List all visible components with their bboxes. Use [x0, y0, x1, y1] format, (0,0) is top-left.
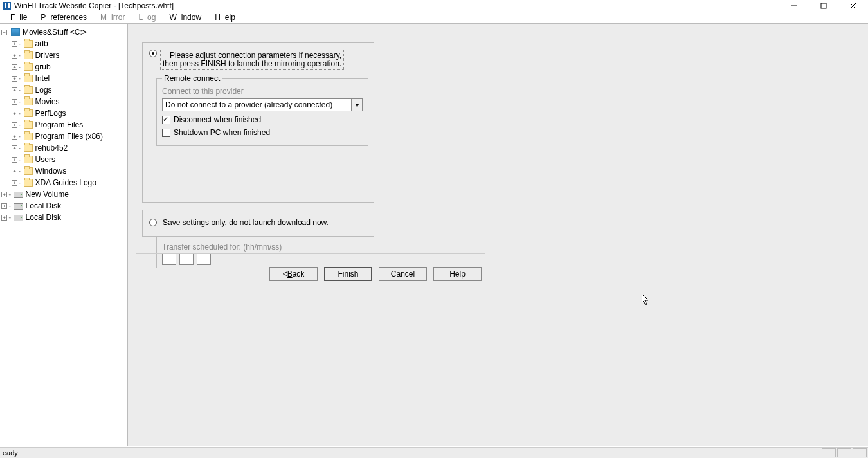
menu-file[interactable]: File	[1, 12, 32, 23]
menu-mirror[interactable]: Mirror	[91, 12, 129, 23]
cancel-button[interactable]: Cancel	[379, 267, 427, 281]
svg-rect-1	[5, 3, 6, 8]
expand-icon[interactable]: +	[12, 41, 17, 47]
maximize-button[interactable]	[809, 0, 838, 12]
drive-icon	[14, 203, 23, 210]
menu-help[interactable]: Help	[206, 12, 240, 23]
folder-icon	[24, 86, 33, 94]
collapse-icon[interactable]: −	[1, 30, 7, 35]
tree-drive-label: New Volume	[26, 190, 69, 199]
window-controls	[779, 0, 868, 12]
svg-rect-0	[3, 2, 11, 10]
expand-icon[interactable]: +	[12, 76, 17, 82]
svg-rect-2	[8, 3, 10, 8]
help-button[interactable]: Help	[433, 267, 482, 281]
tree-root-label: Movies&Stuff <C:>	[23, 28, 87, 37]
chevron-down-icon[interactable]	[351, 99, 362, 111]
disconnect-row[interactable]: Disconnect when finished	[162, 115, 363, 124]
folder-icon	[24, 133, 33, 140]
minimize-button[interactable]	[779, 0, 809, 12]
expand-icon[interactable]: +	[12, 111, 17, 116]
disconnect-checkbox[interactable]	[162, 116, 170, 124]
radio-save-only[interactable]	[149, 219, 157, 226]
tree-item[interactable]: +··PerfLogs	[0, 107, 127, 119]
panel-save-only: Save settings only, do not launch downlo…	[142, 210, 374, 237]
provider-combo[interactable]: Do not connect to a provider (already co…	[162, 98, 363, 111]
expand-icon[interactable]: +	[12, 99, 17, 105]
tree-item[interactable]: +··Program Files	[0, 119, 127, 131]
folder-tree[interactable]: − Movies&Stuff <C:> +··adb+··Drivers+··g…	[0, 24, 128, 446]
status-panes	[822, 448, 868, 457]
menubar: File Preferences Mirror Log Window Help	[0, 12, 868, 23]
tree-item-label: grub	[35, 62, 51, 71]
panel-connection: Please adjust connection parameters if n…	[142, 42, 374, 203]
shutdown-label: Shutdown PC when finished	[174, 128, 270, 137]
back-button[interactable]: < Back	[269, 267, 318, 281]
tree-item[interactable]: +··Windows	[0, 165, 127, 177]
folder-icon	[24, 156, 33, 163]
tree-item[interactable]: +··adb	[0, 38, 127, 50]
tree-drive[interactable]: +··Local Disk	[0, 200, 127, 212]
expand-icon[interactable]: +	[12, 145, 17, 151]
status-pane	[837, 448, 851, 457]
group-remote-connect: Remote connect Connect to this provider …	[156, 74, 368, 146]
remote-subtitle: Connect to this provider	[162, 87, 363, 96]
instruction-text: Please adjust connection parameters if n…	[160, 50, 344, 70]
tree-root[interactable]: − Movies&Stuff <C:>	[0, 26, 127, 38]
folder-icon	[24, 51, 33, 59]
tree-item-label: Windows	[35, 167, 67, 176]
radio-launch[interactable]	[149, 50, 157, 57]
finish-button[interactable]: Finish	[324, 267, 372, 281]
shutdown-checkbox[interactable]	[162, 129, 170, 137]
tree-item[interactable]: +··Drivers	[0, 50, 127, 61]
folder-icon	[24, 63, 33, 71]
tree-item-label: Logs	[35, 86, 52, 95]
tree-item-label: Program Files (x86)	[35, 132, 103, 141]
expand-icon[interactable]: +	[12, 53, 17, 59]
tree-drive[interactable]: +··New Volume	[0, 188, 127, 200]
tree-item[interactable]: +··Movies	[0, 96, 127, 107]
tree-item-label: PerfLogs	[35, 109, 66, 118]
expand-icon[interactable]: +	[12, 87, 17, 93]
statusbar: eady	[0, 447, 868, 458]
expand-icon[interactable]: +	[12, 134, 17, 140]
svg-rect-4	[821, 3, 826, 8]
remote-legend: Remote connect	[162, 74, 222, 83]
tree-item-label: Drivers	[35, 51, 60, 60]
menu-preferences[interactable]: Preferences	[32, 12, 91, 23]
window-title: WinHTTrack Website Copier - [Techposts.w…	[14, 1, 174, 10]
expand-icon[interactable]: +	[12, 157, 17, 163]
expand-icon[interactable]: +	[12, 122, 17, 128]
option-save-only[interactable]: Save settings only, do not launch downlo…	[143, 210, 374, 235]
tree-item-label: Users	[35, 155, 55, 164]
drive-system-icon	[11, 28, 20, 36]
tree-item[interactable]: +··Program Files (x86)	[0, 131, 127, 142]
drive-icon	[14, 215, 23, 221]
tree-item[interactable]: +··Logs	[0, 84, 127, 96]
menu-window[interactable]: Window	[160, 12, 206, 23]
tree-item[interactable]: +··grub	[0, 61, 127, 73]
tree-item-label: Intel	[35, 74, 50, 83]
provider-value: Do not connect to a provider (already co…	[163, 100, 351, 109]
tree-item[interactable]: +··Users	[0, 154, 127, 165]
expand-icon[interactable]: +	[12, 169, 17, 174]
option-launch[interactable]: Please adjust connection parameters if n…	[149, 50, 344, 70]
expand-icon[interactable]: +	[12, 180, 17, 186]
tree-item[interactable]: +··Intel	[0, 73, 127, 84]
wizard-buttons: < Back Finish Cancel Help	[136, 253, 485, 281]
expand-icon[interactable]: +	[1, 192, 7, 197]
menu-log[interactable]: Log	[129, 12, 160, 23]
app-icon	[3, 1, 12, 10]
tree-item[interactable]: +··rehub452	[0, 142, 127, 154]
tree-drive[interactable]: +··Local Disk	[0, 212, 127, 223]
expand-icon[interactable]: +	[1, 203, 7, 209]
disconnect-label: Disconnect when finished	[174, 115, 261, 124]
tree-item[interactable]: +··XDA Guides Logo	[0, 177, 127, 188]
body: − Movies&Stuff <C:> +··adb+··Drivers+··g…	[0, 23, 868, 446]
expand-icon[interactable]: +	[1, 215, 7, 221]
expand-icon[interactable]: +	[12, 64, 17, 70]
shutdown-row[interactable]: Shutdown PC when finished	[162, 128, 363, 137]
close-button[interactable]	[838, 0, 868, 12]
folder-icon	[24, 167, 33, 175]
folder-icon	[24, 144, 33, 152]
